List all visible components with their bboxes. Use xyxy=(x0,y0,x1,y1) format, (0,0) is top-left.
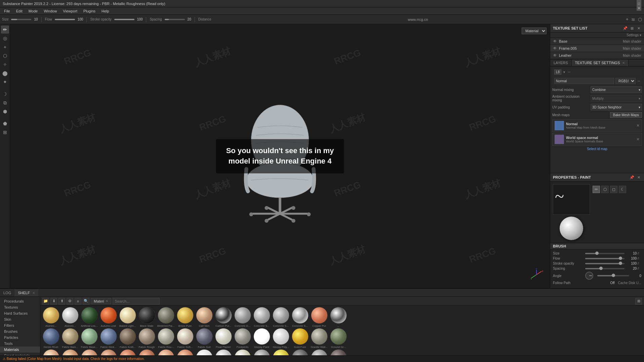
pp-close-button[interactable]: ✕ xyxy=(636,175,641,180)
mat-item-1-8[interactable]: Fabric Suit xyxy=(195,328,213,349)
shelf-grid-toggle[interactable]: ⊞ xyxy=(635,298,642,305)
menu-window[interactable]: Window xyxy=(41,8,59,14)
mat-item-0-0[interactable]: Alumini... xyxy=(42,307,60,327)
tab-log[interactable]: LOG xyxy=(0,289,14,296)
stroke-opacity-slider-container[interactable] xyxy=(114,19,134,20)
mat-item-2-13[interactable]: ... xyxy=(291,349,309,355)
tool-paint[interactable]: ✏ xyxy=(1,26,9,34)
menu-edit[interactable]: Edit xyxy=(13,8,25,14)
normal-mixing-dropdown[interactable]: Combine ▾ xyxy=(591,86,642,93)
mat-item-2-15[interactable]: ... xyxy=(329,349,348,355)
mat-item-1-11[interactable]: Glossy Paint xyxy=(252,328,271,349)
mat-item-1-12[interactable]: Glossy Poly... xyxy=(272,328,290,349)
mat-item-1-9[interactable]: Float Plaster xyxy=(214,328,233,349)
brush-stroke-opacity-reset[interactable]: ↺ xyxy=(637,262,641,265)
tool-transform[interactable]: ⧉ xyxy=(1,99,9,107)
stroke-icon3[interactable]: ⬡ xyxy=(638,17,642,22)
mat-item-2-2[interactable]: Human Bu... xyxy=(80,349,98,355)
brush-flow-reset[interactable]: ↺ xyxy=(637,257,641,260)
tab-layers[interactable]: LAYERS xyxy=(550,59,572,66)
tool-blur[interactable]: ⬤ xyxy=(1,69,9,77)
mat-item-1-14[interactable]: Granite Wall... xyxy=(310,328,328,349)
shelf-folder-button[interactable]: 📁 xyxy=(42,298,49,305)
shelf-tab-close[interactable]: ✕ xyxy=(32,291,35,295)
menu-mode[interactable]: Mode xyxy=(26,8,41,14)
brush-flow-slider[interactable] xyxy=(585,258,625,259)
brush-angle-slider[interactable] xyxy=(597,275,629,276)
layer-format-select[interactable]: RGB16F xyxy=(615,78,636,84)
mat-item-0-7[interactable]: Brass Pure xyxy=(176,307,194,327)
mat-item-0-1[interactable]: Alumini... xyxy=(61,307,79,327)
mat-item-1-5[interactable]: Fabric Rough xyxy=(137,328,156,349)
menu-viewport[interactable]: Viewport xyxy=(60,8,80,14)
tsl-close-button[interactable]: ✕ xyxy=(636,26,641,31)
cache-disk-button[interactable]: Cache Disk U... xyxy=(618,281,641,285)
tsl-set-frame[interactable]: 👁 Frame.005 Main shader xyxy=(550,45,644,52)
mat-item-2-5[interactable]: ... xyxy=(137,349,156,355)
tsl-pin-button[interactable]: 📌 xyxy=(622,26,628,31)
mat-item-2-9[interactable]: ... xyxy=(214,349,233,355)
mat-item-2-8[interactable]: Cold Pure xyxy=(195,349,213,355)
mat-item-0-11[interactable]: Concrete S... xyxy=(252,307,271,327)
brush-size-slider[interactable] xyxy=(585,253,625,254)
tab-texture-set-settings[interactable]: TEXTURE SET SETTINGS ✕ xyxy=(572,59,629,66)
mat-item-2-11[interactable]: ... xyxy=(252,349,271,355)
angle-widget[interactable] xyxy=(585,272,593,280)
flow-slider-container[interactable] xyxy=(55,19,75,20)
mat-item-1-15[interactable]: Ground Gr... xyxy=(329,328,348,349)
mat-item-2-3[interactable]: ... xyxy=(99,349,118,355)
eye-icon-base[interactable]: 👁 xyxy=(553,39,557,44)
shelf-search-input[interactable] xyxy=(113,298,160,305)
mat-item-2-4[interactable]: ... xyxy=(118,349,137,355)
close-button[interactable]: ✕ xyxy=(637,6,641,11)
maximize-button[interactable]: □ xyxy=(637,1,641,6)
tool-measure[interactable]: ⬢ xyxy=(1,107,9,116)
mat-item-0-15[interactable]: ... xyxy=(329,307,348,327)
shelf-nav-textures[interactable]: Textures xyxy=(0,304,40,310)
mat-item-0-3[interactable]: Autumn Leaf xyxy=(99,307,118,327)
menu-plugins[interactable]: Plugins xyxy=(81,8,98,14)
stroke-icon2[interactable]: ≋ xyxy=(631,17,635,22)
mat-item-2-6[interactable]: ... xyxy=(157,349,175,355)
mat-item-1-4[interactable]: Fabric Knitt... xyxy=(118,328,137,349)
shelf-nav-filters[interactable]: Filters xyxy=(0,322,40,328)
brush-size-reset[interactable]: ↺ xyxy=(637,252,641,255)
shelf-search-icon[interactable]: 🔍 xyxy=(83,298,89,305)
mat-item-0-6[interactable]: Blistered Pai... xyxy=(157,307,175,327)
shelf-nav-materials[interactable]: Materials xyxy=(0,347,40,353)
mat-item-2-10[interactable]: ... xyxy=(233,349,252,355)
select-id-map[interactable]: Select id map xyxy=(552,147,642,151)
brush-stroke-opacity-slider[interactable] xyxy=(585,263,625,264)
tsl-settings-label[interactable]: Settings ▾ xyxy=(627,33,641,37)
l8-dropdown-icon[interactable]: ▾ xyxy=(563,70,565,74)
tool-smudge[interactable]: ✧ xyxy=(1,60,9,69)
tool-polygon[interactable]: ⬡ xyxy=(1,52,9,60)
mat-item-0-4[interactable]: Baked Light... xyxy=(118,307,137,327)
mat-item-0-5[interactable]: Black Slate xyxy=(137,307,156,327)
mat-item-1-0[interactable]: Denim Rivet xyxy=(42,328,60,349)
mat-item-2-14[interactable]: ... xyxy=(310,349,328,355)
tool-eraser[interactable]: ◎ xyxy=(1,34,9,42)
shelf-filter-button[interactable]: ≡ xyxy=(75,298,81,305)
shelf-settings-button[interactable]: ⚙ xyxy=(67,298,73,305)
shelf-active-tab[interactable]: Materi ✕ xyxy=(91,298,111,304)
ao-mixing-dropdown[interactable]: Multiply ▾ xyxy=(591,95,642,102)
mat-item-2-12[interactable]: ... xyxy=(272,349,290,355)
mat-item-0-14[interactable]: Copper Pur xyxy=(310,307,328,327)
normal-blend-input[interactable] xyxy=(554,78,614,84)
size-slider-container[interactable] xyxy=(11,19,31,20)
brush-paint-icon[interactable]: ✏ xyxy=(593,186,600,193)
bake-mesh-maps-button[interactable]: Bake Mesh Maps xyxy=(610,112,642,118)
shelf-nav-smart-materials[interactable]: Smart materials xyxy=(0,353,40,355)
tool-grid[interactable]: ⊞ xyxy=(1,128,9,136)
eye-icon-leather[interactable]: 👁 xyxy=(553,53,557,58)
uv-padding-dropdown[interactable]: 3D Space Neighbor ▾ xyxy=(591,104,642,110)
brush-spacing-slider[interactable] xyxy=(585,268,625,269)
spacing-slider-container[interactable] xyxy=(165,19,185,20)
eye-icon-frame[interactable]: 👁 xyxy=(553,46,557,51)
mat-item-1-7[interactable]: Fabric Soft... xyxy=(176,328,194,349)
stroke-icon1[interactable]: ⌖ xyxy=(626,16,629,22)
mat-item-2-7[interactable]: ... xyxy=(176,349,194,355)
tool-select[interactable]: ☽ xyxy=(1,90,9,98)
brush-square-icon[interactable]: ◻ xyxy=(610,186,617,193)
